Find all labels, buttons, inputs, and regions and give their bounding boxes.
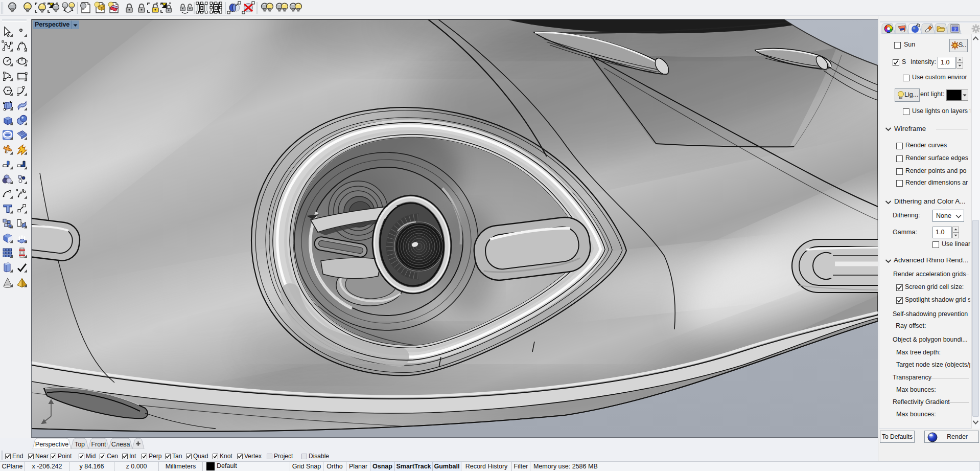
- svg-text:Front: Front: [91, 441, 106, 448]
- svg-text:Слева: Слева: [111, 441, 130, 448]
- svg-text:Top: Top: [75, 441, 85, 448]
- svg-text:Perspective: Perspective: [35, 441, 68, 448]
